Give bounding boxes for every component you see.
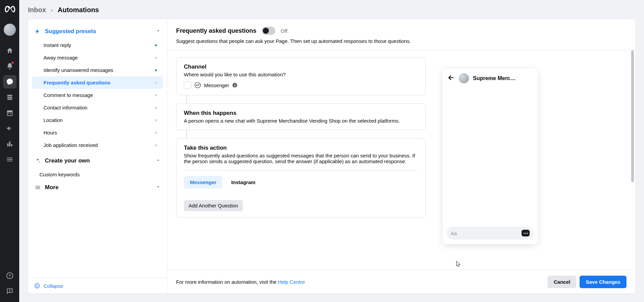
item-custom-keywords[interactable]: Custom keywords	[28, 168, 167, 181]
tab-instagram[interactable]: Instagram	[225, 176, 261, 188]
page-title: Frequently asked questions	[176, 27, 256, 34]
phone-preview: Supreme Merc… Aa	[443, 69, 538, 244]
messenger-icon	[195, 82, 201, 88]
section-title: Create your own	[45, 157, 156, 164]
back-icon[interactable]	[447, 74, 455, 83]
action-title: Take this action	[184, 145, 418, 151]
collapse-label: Collapse	[44, 283, 63, 289]
collapse-button[interactable]: Collapse	[28, 278, 167, 294]
chevron-up-icon	[156, 157, 161, 164]
section-title: Suggested presets	[45, 28, 156, 35]
messenger-checkbox[interactable]	[184, 81, 191, 89]
preset-instant-reply[interactable]: Instant reply	[32, 39, 163, 51]
preset-comment-to-message[interactable]: Comment to message	[32, 89, 163, 101]
status-dot	[155, 69, 157, 71]
when-box: When this happens A person opens a new c…	[176, 103, 426, 130]
preset-job-application[interactable]: Job application received	[32, 139, 163, 151]
nav-home[interactable]	[3, 44, 17, 57]
nav-feedback[interactable]	[3, 284, 17, 298]
send-icon[interactable]	[522, 230, 530, 236]
notification-dot	[11, 61, 14, 64]
preview-name: Supreme Merc…	[473, 75, 533, 81]
lightning-icon	[34, 28, 41, 34]
preview-body	[443, 87, 538, 224]
preview-avatar	[459, 73, 469, 83]
nav-help[interactable]: ?	[3, 269, 17, 282]
when-title: When this happens	[184, 110, 418, 117]
section-create-your-own[interactable]: Create your own	[28, 154, 167, 168]
status-dot	[155, 107, 157, 109]
preset-faq[interactable]: Frequently asked questions	[32, 76, 163, 89]
action-subtitle: Show frequently asked questions as sugge…	[184, 153, 418, 164]
status-dot	[155, 44, 157, 46]
add-question-button[interactable]: Add Another Question	[184, 200, 243, 211]
status-dot	[155, 57, 157, 59]
breadcrumb-root[interactable]: Inbox	[28, 6, 46, 14]
channel-title: Channel	[184, 64, 418, 70]
section-title: More	[45, 184, 156, 191]
chevron-right-icon: ›	[51, 6, 53, 14]
scrollbar[interactable]	[631, 50, 635, 270]
nav-ads[interactable]	[3, 122, 17, 135]
preset-list: Instant reply Away message Identify unan…	[28, 39, 167, 154]
status-dot	[155, 132, 157, 134]
meta-logo[interactable]	[4, 3, 16, 16]
tab-messenger[interactable]: Messenger	[184, 176, 222, 188]
action-tabs: Messenger Instagram	[184, 176, 418, 188]
breadcrumb-current: Automations	[58, 6, 99, 14]
nav-notifications[interactable]	[3, 59, 17, 73]
preset-unanswered[interactable]: Identify unanswered messages	[32, 64, 163, 76]
main-header: Frequently asked questions Off Suggest q…	[167, 19, 635, 50]
preset-location[interactable]: Location	[32, 114, 163, 126]
connector-line	[186, 130, 187, 138]
input-placeholder: Aa	[451, 230, 518, 236]
chevron-up-icon	[156, 28, 161, 35]
config-column: Channel Where would you like to use this…	[176, 57, 426, 270]
svg-point-2	[35, 283, 39, 288]
preview-input[interactable]: Aa	[447, 227, 534, 240]
nav-inbox[interactable]	[3, 75, 17, 89]
list-icon	[34, 184, 41, 191]
footer: For more information on automation, visi…	[167, 270, 635, 294]
preview-column: Supreme Merc… Aa	[443, 69, 538, 270]
page-subtitle: Suggest questions that people can ask yo…	[176, 38, 626, 44]
divider	[184, 170, 418, 171]
nav-calendar[interactable]	[3, 106, 17, 120]
section-suggested-presets[interactable]: Suggested presets	[28, 25, 167, 39]
preset-contact-info[interactable]: Contact information	[32, 101, 163, 114]
cancel-button[interactable]: Cancel	[548, 276, 576, 288]
sparkle-icon	[34, 158, 41, 164]
nav-insights[interactable]	[3, 137, 17, 151]
status-dot	[155, 94, 157, 96]
automation-card: Suggested presets Instant reply Away mes…	[28, 19, 635, 294]
section-more[interactable]: More	[28, 181, 167, 195]
status-dot	[155, 119, 157, 121]
preset-away-message[interactable]: Away message	[32, 51, 163, 64]
nav-posts[interactable]	[3, 91, 17, 104]
collapse-icon	[34, 283, 40, 289]
channel-box: Channel Where would you like to use this…	[176, 57, 426, 95]
status-dot	[155, 82, 157, 84]
svg-text:?: ?	[8, 274, 11, 278]
save-button[interactable]: Save Changes	[580, 276, 626, 288]
chevron-down-icon	[156, 184, 161, 191]
profile-avatar[interactable]	[4, 24, 16, 36]
main-panel: Frequently asked questions Off Suggest q…	[167, 19, 635, 294]
preset-hours[interactable]: Hours	[32, 126, 163, 139]
when-subtitle: A person opens a new chat with Supreme M…	[184, 118, 418, 124]
content-area: Inbox › Automations Suggested presets	[19, 0, 644, 302]
breadcrumb: Inbox › Automations	[19, 0, 644, 19]
toggle-state-label: Off	[281, 28, 287, 34]
channel-option-label: Messenger	[204, 82, 229, 88]
nav-rail: ?	[0, 0, 19, 302]
status-dot	[155, 144, 157, 146]
sidebar-panel: Suggested presets Instant reply Away mes…	[28, 19, 167, 294]
info-icon[interactable]: i	[232, 83, 237, 87]
footer-text: For more information on automation, visi…	[176, 279, 305, 285]
channel-subtitle: Where would you like to use this automat…	[184, 72, 418, 77]
help-centre-link[interactable]: Help Centre	[278, 279, 305, 285]
nav-menu[interactable]	[3, 153, 17, 166]
connector-line	[186, 95, 187, 103]
action-box: Take this action Show frequently asked q…	[176, 138, 426, 218]
enable-toggle[interactable]	[262, 27, 275, 35]
